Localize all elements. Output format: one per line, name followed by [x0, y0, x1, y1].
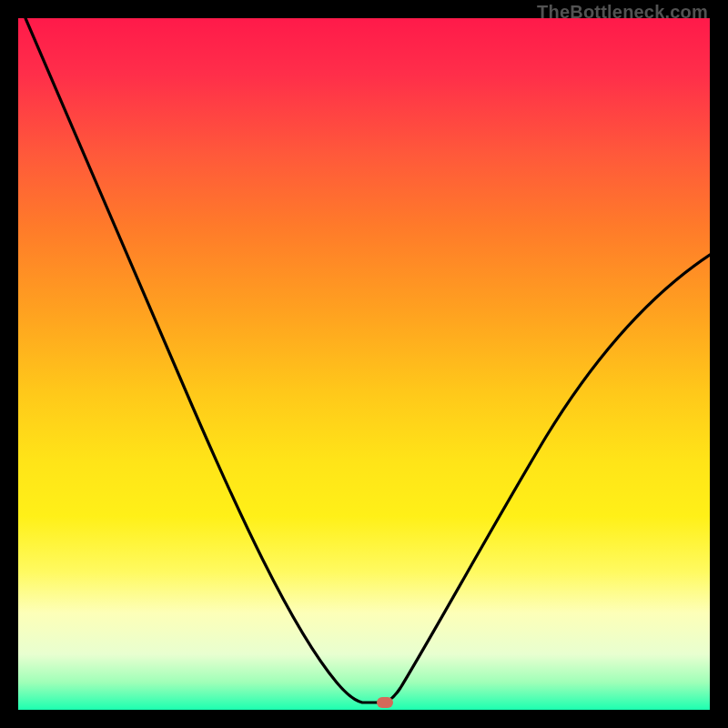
chart-container: TheBottleneck.com	[0, 0, 728, 728]
optimal-point-marker	[377, 697, 393, 708]
attribution-label: TheBottleneck.com	[537, 2, 708, 23]
bottleneck-curve-path	[25, 18, 710, 703]
curve-svg	[18, 18, 710, 710]
